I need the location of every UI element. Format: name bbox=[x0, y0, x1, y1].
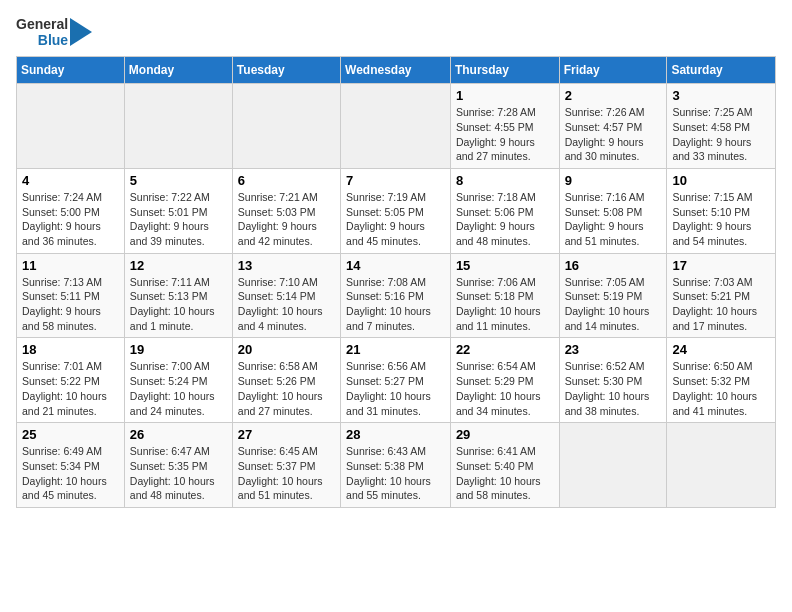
day-cell: 17Sunrise: 7:03 AMSunset: 5:21 PMDayligh… bbox=[667, 253, 776, 338]
day-info: Sunrise: 7:22 AMSunset: 5:01 PMDaylight:… bbox=[130, 190, 227, 249]
day-info: Sunrise: 6:54 AMSunset: 5:29 PMDaylight:… bbox=[456, 359, 554, 418]
day-cell: 29Sunrise: 6:41 AMSunset: 5:40 PMDayligh… bbox=[450, 423, 559, 508]
column-header-thursday: Thursday bbox=[450, 57, 559, 84]
day-info: Sunrise: 7:05 AMSunset: 5:19 PMDaylight:… bbox=[565, 275, 662, 334]
day-cell: 3Sunrise: 7:25 AMSunset: 4:58 PMDaylight… bbox=[667, 84, 776, 169]
logo-general: General bbox=[16, 16, 68, 32]
day-number: 12 bbox=[130, 258, 227, 273]
day-info: Sunrise: 6:49 AMSunset: 5:34 PMDaylight:… bbox=[22, 444, 119, 503]
day-number: 24 bbox=[672, 342, 770, 357]
day-info: Sunrise: 7:06 AMSunset: 5:18 PMDaylight:… bbox=[456, 275, 554, 334]
day-number: 7 bbox=[346, 173, 445, 188]
day-number: 10 bbox=[672, 173, 770, 188]
day-cell: 13Sunrise: 7:10 AMSunset: 5:14 PMDayligh… bbox=[232, 253, 340, 338]
day-info: Sunrise: 7:08 AMSunset: 5:16 PMDaylight:… bbox=[346, 275, 445, 334]
day-number: 8 bbox=[456, 173, 554, 188]
column-header-saturday: Saturday bbox=[667, 57, 776, 84]
calendar-table: SundayMondayTuesdayWednesdayThursdayFrid… bbox=[16, 56, 776, 508]
week-row-1: 1Sunrise: 7:28 AMSunset: 4:55 PMDaylight… bbox=[17, 84, 776, 169]
day-cell: 4Sunrise: 7:24 AMSunset: 5:00 PMDaylight… bbox=[17, 168, 125, 253]
column-header-monday: Monday bbox=[124, 57, 232, 84]
day-number: 15 bbox=[456, 258, 554, 273]
day-info: Sunrise: 7:16 AMSunset: 5:08 PMDaylight:… bbox=[565, 190, 662, 249]
day-cell: 15Sunrise: 7:06 AMSunset: 5:18 PMDayligh… bbox=[450, 253, 559, 338]
day-info: Sunrise: 7:11 AMSunset: 5:13 PMDaylight:… bbox=[130, 275, 227, 334]
day-number: 16 bbox=[565, 258, 662, 273]
day-info: Sunrise: 7:25 AMSunset: 4:58 PMDaylight:… bbox=[672, 105, 770, 164]
day-info: Sunrise: 6:52 AMSunset: 5:30 PMDaylight:… bbox=[565, 359, 662, 418]
week-row-2: 4Sunrise: 7:24 AMSunset: 5:00 PMDaylight… bbox=[17, 168, 776, 253]
day-number: 5 bbox=[130, 173, 227, 188]
day-cell: 14Sunrise: 7:08 AMSunset: 5:16 PMDayligh… bbox=[341, 253, 451, 338]
day-cell: 24Sunrise: 6:50 AMSunset: 5:32 PMDayligh… bbox=[667, 338, 776, 423]
day-number: 2 bbox=[565, 88, 662, 103]
calendar-header-row: SundayMondayTuesdayWednesdayThursdayFrid… bbox=[17, 57, 776, 84]
day-number: 21 bbox=[346, 342, 445, 357]
day-cell: 1Sunrise: 7:28 AMSunset: 4:55 PMDaylight… bbox=[450, 84, 559, 169]
week-row-3: 11Sunrise: 7:13 AMSunset: 5:11 PMDayligh… bbox=[17, 253, 776, 338]
day-cell: 19Sunrise: 7:00 AMSunset: 5:24 PMDayligh… bbox=[124, 338, 232, 423]
day-cell: 27Sunrise: 6:45 AMSunset: 5:37 PMDayligh… bbox=[232, 423, 340, 508]
svg-marker-0 bbox=[70, 18, 92, 46]
day-info: Sunrise: 6:58 AMSunset: 5:26 PMDaylight:… bbox=[238, 359, 335, 418]
day-info: Sunrise: 6:56 AMSunset: 5:27 PMDaylight:… bbox=[346, 359, 445, 418]
logo-chevron-icon bbox=[70, 18, 92, 46]
day-cell: 26Sunrise: 6:47 AMSunset: 5:35 PMDayligh… bbox=[124, 423, 232, 508]
day-cell: 9Sunrise: 7:16 AMSunset: 5:08 PMDaylight… bbox=[559, 168, 667, 253]
day-number: 4 bbox=[22, 173, 119, 188]
day-info: Sunrise: 7:03 AMSunset: 5:21 PMDaylight:… bbox=[672, 275, 770, 334]
day-number: 1 bbox=[456, 88, 554, 103]
day-info: Sunrise: 7:10 AMSunset: 5:14 PMDaylight:… bbox=[238, 275, 335, 334]
day-cell: 2Sunrise: 7:26 AMSunset: 4:57 PMDaylight… bbox=[559, 84, 667, 169]
day-info: Sunrise: 6:47 AMSunset: 5:35 PMDaylight:… bbox=[130, 444, 227, 503]
day-cell: 18Sunrise: 7:01 AMSunset: 5:22 PMDayligh… bbox=[17, 338, 125, 423]
day-cell: 22Sunrise: 6:54 AMSunset: 5:29 PMDayligh… bbox=[450, 338, 559, 423]
day-cell bbox=[667, 423, 776, 508]
day-cell bbox=[341, 84, 451, 169]
day-info: Sunrise: 6:50 AMSunset: 5:32 PMDaylight:… bbox=[672, 359, 770, 418]
day-cell: 25Sunrise: 6:49 AMSunset: 5:34 PMDayligh… bbox=[17, 423, 125, 508]
day-cell bbox=[232, 84, 340, 169]
day-info: Sunrise: 6:41 AMSunset: 5:40 PMDaylight:… bbox=[456, 444, 554, 503]
day-info: Sunrise: 6:43 AMSunset: 5:38 PMDaylight:… bbox=[346, 444, 445, 503]
day-cell bbox=[559, 423, 667, 508]
logo: General Blue bbox=[16, 16, 92, 48]
day-info: Sunrise: 7:21 AMSunset: 5:03 PMDaylight:… bbox=[238, 190, 335, 249]
day-info: Sunrise: 7:19 AMSunset: 5:05 PMDaylight:… bbox=[346, 190, 445, 249]
day-number: 9 bbox=[565, 173, 662, 188]
day-cell: 8Sunrise: 7:18 AMSunset: 5:06 PMDaylight… bbox=[450, 168, 559, 253]
week-row-4: 18Sunrise: 7:01 AMSunset: 5:22 PMDayligh… bbox=[17, 338, 776, 423]
day-info: Sunrise: 7:13 AMSunset: 5:11 PMDaylight:… bbox=[22, 275, 119, 334]
day-number: 17 bbox=[672, 258, 770, 273]
day-cell: 7Sunrise: 7:19 AMSunset: 5:05 PMDaylight… bbox=[341, 168, 451, 253]
header: General Blue bbox=[16, 16, 776, 48]
day-number: 3 bbox=[672, 88, 770, 103]
day-number: 13 bbox=[238, 258, 335, 273]
day-info: Sunrise: 7:00 AMSunset: 5:24 PMDaylight:… bbox=[130, 359, 227, 418]
day-info: Sunrise: 7:01 AMSunset: 5:22 PMDaylight:… bbox=[22, 359, 119, 418]
day-number: 27 bbox=[238, 427, 335, 442]
day-info: Sunrise: 6:45 AMSunset: 5:37 PMDaylight:… bbox=[238, 444, 335, 503]
day-number: 14 bbox=[346, 258, 445, 273]
day-cell: 23Sunrise: 6:52 AMSunset: 5:30 PMDayligh… bbox=[559, 338, 667, 423]
day-cell bbox=[17, 84, 125, 169]
day-cell: 20Sunrise: 6:58 AMSunset: 5:26 PMDayligh… bbox=[232, 338, 340, 423]
day-number: 28 bbox=[346, 427, 445, 442]
column-header-wednesday: Wednesday bbox=[341, 57, 451, 84]
day-number: 20 bbox=[238, 342, 335, 357]
day-cell bbox=[124, 84, 232, 169]
column-header-sunday: Sunday bbox=[17, 57, 125, 84]
day-number: 18 bbox=[22, 342, 119, 357]
column-header-tuesday: Tuesday bbox=[232, 57, 340, 84]
column-header-friday: Friday bbox=[559, 57, 667, 84]
week-row-5: 25Sunrise: 6:49 AMSunset: 5:34 PMDayligh… bbox=[17, 423, 776, 508]
day-info: Sunrise: 7:24 AMSunset: 5:00 PMDaylight:… bbox=[22, 190, 119, 249]
day-cell: 5Sunrise: 7:22 AMSunset: 5:01 PMDaylight… bbox=[124, 168, 232, 253]
day-cell: 28Sunrise: 6:43 AMSunset: 5:38 PMDayligh… bbox=[341, 423, 451, 508]
logo-container: General Blue bbox=[16, 16, 92, 48]
day-number: 26 bbox=[130, 427, 227, 442]
day-info: Sunrise: 7:26 AMSunset: 4:57 PMDaylight:… bbox=[565, 105, 662, 164]
day-number: 11 bbox=[22, 258, 119, 273]
day-number: 23 bbox=[565, 342, 662, 357]
day-number: 25 bbox=[22, 427, 119, 442]
